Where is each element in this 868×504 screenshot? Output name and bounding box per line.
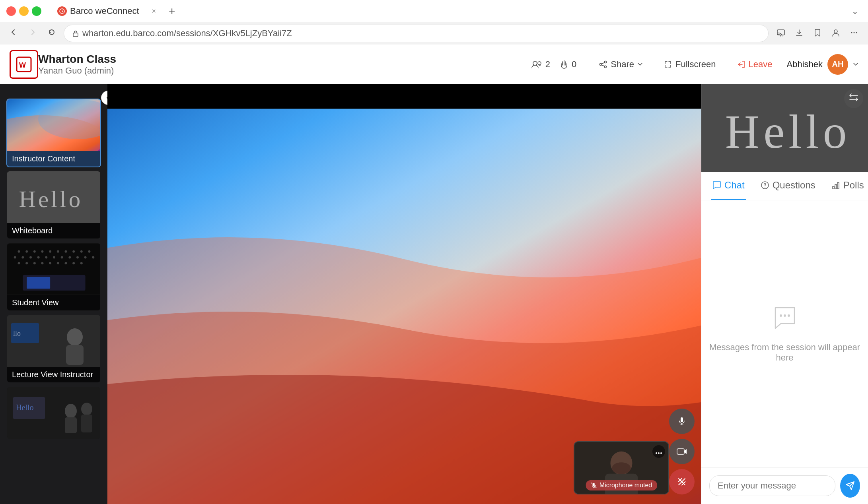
svg-point-44	[33, 262, 36, 264]
camera-more-btn[interactable]	[652, 445, 665, 458]
mic-control-btn[interactable]	[669, 409, 695, 434]
camera-controls	[669, 409, 695, 494]
tab-close-btn[interactable]: ×	[152, 7, 156, 16]
fullscreen-label: Fullscreen	[675, 59, 716, 70]
chat-empty-icon	[772, 304, 798, 336]
tab-title: Barco weConnect	[70, 6, 139, 16]
svg-rect-52	[27, 277, 50, 289]
cast-btn[interactable]	[773, 27, 788, 41]
thumbnail-whiteboard: Hello	[7, 171, 100, 223]
svg-point-87	[780, 314, 782, 317]
chat-input[interactable]	[709, 475, 835, 496]
user-chevron-btn[interactable]	[853, 60, 858, 68]
app-header: W Wharton Class Yanan Guo (admin) 2 0 Sh…	[0, 45, 868, 84]
svg-point-32	[21, 256, 24, 259]
questions-icon	[761, 181, 769, 190]
svg-text:W: W	[19, 61, 26, 69]
svg-point-24	[41, 250, 44, 253]
fullscreen-icon	[664, 60, 672, 69]
thumbnail-lecture-view: llo	[7, 315, 100, 367]
svg-point-25	[49, 250, 51, 253]
sidebar-item-whiteboard[interactable]: Hello Whiteboard	[6, 171, 101, 239]
share-icon	[599, 60, 607, 69]
thumbnail-instructor-content	[7, 99, 100, 151]
share-button[interactable]: Share	[592, 56, 649, 73]
camera-feed: Microphone muted	[574, 441, 669, 494]
nav-actions	[773, 27, 862, 41]
bookmark-btn[interactable]	[810, 27, 825, 41]
hands-stat: 0	[560, 59, 576, 70]
browser-nav: wharton.edu.barco.com/sessions/XGHkv5LjZ…	[0, 22, 868, 45]
svg-rect-84	[833, 186, 834, 189]
traffic-light-red[interactable]	[6, 6, 16, 16]
svg-point-6	[856, 32, 857, 33]
camera-control-btn[interactable]	[669, 439, 695, 464]
browser-tab[interactable]: Barco weConnect ×	[51, 4, 162, 19]
sidebar-item-student-view[interactable]: Student View	[6, 242, 101, 311]
svg-point-5	[854, 32, 855, 33]
svg-text:llo: llo	[13, 330, 21, 337]
svg-rect-64	[81, 415, 92, 432]
leave-icon	[737, 60, 745, 69]
forward-btn[interactable]	[25, 27, 40, 40]
sidebar-label-student-view: Student View	[7, 295, 100, 310]
address-bar[interactable]: wharton.edu.barco.com/sessions/XGHkv5LjZ…	[64, 25, 769, 42]
sidebar-item-instructor-content[interactable]: Instructor Content	[6, 99, 101, 167]
content-main: Microphone muted	[107, 84, 701, 504]
end-call-btn[interactable]	[669, 469, 695, 494]
svg-point-12	[605, 61, 607, 63]
whiteboard-switch-btn[interactable]	[844, 89, 863, 108]
new-tab-button[interactable]: +	[169, 5, 175, 17]
participants-icon	[531, 60, 542, 68]
more-btn[interactable]	[847, 27, 862, 41]
tab-chat-label: Chat	[724, 180, 745, 191]
window-chevron-btn[interactable]: ⌄	[849, 5, 862, 17]
main-layout: Instructor Content Hello Whiteboard	[0, 84, 868, 504]
tab-polls[interactable]: Polls	[830, 172, 866, 200]
user-name: Abhishek	[786, 59, 823, 70]
sidebar-label-whiteboard: Whiteboard	[7, 223, 100, 238]
sidebar-item-lecture-view[interactable]: llo Lecture View Instructor	[6, 314, 101, 383]
svg-point-28	[72, 250, 75, 253]
chat-input-area	[701, 467, 868, 504]
svg-rect-86	[837, 182, 839, 189]
sidebar: Instructor Content Hello Whiteboard	[0, 84, 107, 504]
svg-point-31	[14, 256, 16, 259]
svg-rect-78	[677, 449, 684, 454]
svg-point-36	[53, 256, 55, 259]
thumbnail-another: Hello	[7, 387, 100, 439]
leave-label: Leave	[749, 59, 773, 70]
microphone-muted-icon	[591, 482, 597, 488]
svg-point-40	[84, 256, 87, 259]
svg-point-56	[67, 328, 83, 346]
app-logo: W	[10, 50, 38, 79]
header-stats: 2 0	[531, 59, 577, 70]
traffic-light-yellow[interactable]	[19, 6, 29, 16]
svg-point-50	[80, 262, 83, 264]
tab-questions[interactable]: Questions	[759, 172, 817, 200]
download-btn[interactable]	[792, 27, 807, 41]
tab-chat[interactable]: Chat	[711, 172, 746, 200]
fullscreen-button[interactable]: Fullscreen	[657, 56, 722, 73]
back-btn[interactable]	[6, 27, 21, 40]
hands-count: 0	[572, 59, 576, 70]
traffic-light-green[interactable]	[32, 6, 41, 16]
tab-questions-label: Questions	[773, 180, 815, 191]
svg-point-63	[81, 403, 92, 415]
chat-empty-text: Messages from the session will appear he…	[701, 342, 868, 363]
chat-send-btn[interactable]	[840, 474, 860, 498]
profile-btn[interactable]	[828, 27, 843, 41]
leave-button[interactable]: Leave	[730, 56, 779, 73]
refresh-btn[interactable]	[45, 27, 59, 40]
svg-point-13	[600, 63, 602, 65]
svg-point-61	[65, 404, 77, 418]
svg-point-26	[57, 250, 59, 253]
user-info: Abhishek AH	[786, 54, 858, 75]
svg-point-46	[49, 262, 51, 264]
svg-point-74	[656, 452, 657, 454]
sidebar-item-another[interactable]: Hello	[6, 386, 101, 440]
svg-point-22	[25, 250, 28, 253]
lock-icon	[72, 30, 79, 37]
thumbnail-student-view	[7, 243, 100, 295]
svg-point-47	[57, 262, 59, 264]
